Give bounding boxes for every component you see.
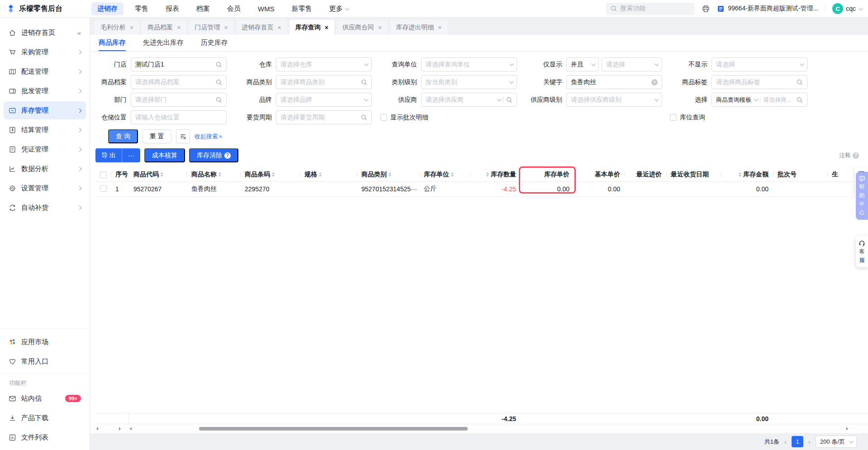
checkbox-icon[interactable]: [100, 171, 107, 178]
nav-item[interactable]: 档案: [190, 2, 216, 15]
filter-checkbox[interactable]: 库位查询: [670, 114, 705, 122]
column-header-3[interactable]: 商品名称: [187, 168, 240, 181]
filter-checkbox[interactable]: 显示批次明细: [380, 114, 428, 122]
sidebar-item[interactable]: 常用入口: [4, 352, 86, 370]
sidebar-item[interactable]: 文件列表: [4, 428, 86, 446]
nav-item[interactable]: WMS: [252, 3, 280, 15]
reset-button[interactable]: 重 置: [142, 129, 171, 143]
filter-combo[interactable]: 商品查询模板请选择商...: [711, 93, 807, 107]
close-icon[interactable]: ×: [438, 24, 441, 31]
account-switcher[interactable]: 99664-新界面商超版测试-管理...: [717, 5, 818, 13]
export-split-button[interactable]: 导 出 ···: [95, 148, 140, 162]
column-header-13[interactable]: 库存金额: [721, 168, 773, 181]
filter-select[interactable]: 请选择品牌: [276, 93, 372, 107]
select-all-checkbox[interactable]: [95, 168, 111, 181]
filter-search[interactable]: 请选择商品类别: [276, 75, 372, 89]
scroll-left-arrow[interactable]: [130, 427, 132, 431]
sidebar-item[interactable]: 批发管理: [4, 82, 86, 100]
nav-item[interactable]: 新零售: [286, 2, 318, 15]
sidebar-item[interactable]: 产品下载: [4, 409, 86, 427]
page-size-select[interactable]: 200 条/页: [816, 436, 857, 448]
column-header-6[interactable]: 商品类别: [357, 168, 419, 181]
filter-select[interactable]: 请选择: [711, 57, 807, 71]
query-button[interactable]: 查 询: [108, 129, 138, 143]
sidebar-collapse-icon[interactable]: «: [77, 29, 81, 37]
page-tab[interactable]: 供应商合同×: [337, 20, 388, 35]
filter-select[interactable]: 请选择: [602, 57, 662, 71]
filter-search[interactable]: 测试门店1: [131, 57, 227, 71]
inventory-clear-button[interactable]: 库存清除?: [189, 148, 238, 162]
filter-select[interactable]: 请选择仓库: [276, 57, 372, 71]
page-tab[interactable]: 库存查询×: [289, 20, 334, 35]
column-header-7[interactable]: 库存单位: [419, 168, 470, 181]
nav-item[interactable]: 进销存: [91, 2, 123, 15]
table-cell[interactable]: [95, 185, 111, 193]
current-page[interactable]: 1: [792, 436, 803, 447]
page-tab[interactable]: 门店管理×: [189, 20, 233, 35]
filter-search[interactable]: 请选择部门: [131, 93, 227, 107]
sidebar-item[interactable]: 进销存首页«: [4, 24, 86, 42]
scroll-right-arrow[interactable]: [846, 427, 848, 431]
customer-service-tab[interactable]: 客服: [856, 236, 868, 267]
sidebar-item[interactable]: 凭证管理: [4, 140, 86, 158]
sidebar-item[interactable]: 设置管理: [4, 179, 86, 197]
filter-clearable[interactable]: 鱼香肉丝×: [566, 75, 662, 89]
filter-select[interactable]: 请选择查询单位: [421, 57, 517, 71]
sidebar-item[interactable]: 配送管理: [4, 62, 86, 81]
column-header-2[interactable]: 商品代码: [129, 168, 187, 181]
page-tab[interactable]: 商品档案×: [142, 20, 186, 35]
column-header-8[interactable]: 库存数量: [470, 168, 521, 181]
close-icon[interactable]: ×: [224, 24, 228, 31]
filter-operator-select[interactable]: 并且: [566, 57, 599, 71]
sidebar-item[interactable]: 站内信99+: [4, 389, 86, 407]
filter-select[interactable]: 请选择供应商级别: [566, 93, 662, 107]
fixed-scroll-left-arrow[interactable]: [96, 427, 98, 431]
close-icon[interactable]: ×: [325, 24, 328, 31]
close-icon[interactable]: ×: [378, 24, 382, 31]
fixed-scroll-right-arrow[interactable]: [119, 427, 121, 431]
filter-input[interactable]: 请输入仓储位置: [131, 110, 227, 124]
column-header-4[interactable]: 商品条码: [240, 168, 300, 181]
close-icon[interactable]: ×: [177, 24, 180, 31]
prev-page-icon[interactable]: ‹: [784, 438, 787, 445]
sidebar-item[interactable]: 结算管理: [4, 121, 86, 139]
subtab[interactable]: 先进先出库存: [143, 35, 184, 51]
help-center-tab[interactable]: 帮助中心: [856, 172, 868, 220]
close-icon[interactable]: ×: [130, 24, 133, 31]
sidebar-item[interactable]: 库存管理: [4, 101, 86, 119]
close-icon[interactable]: ×: [278, 24, 281, 31]
sidebar-item[interactable]: 采购管理: [4, 43, 86, 61]
cost-accounting-button[interactable]: 成本核算: [144, 148, 185, 162]
checkbox-icon[interactable]: [670, 114, 677, 121]
user-menu[interactable]: C cqc: [832, 3, 862, 14]
checkbox-icon[interactable]: [380, 114, 387, 121]
printer-icon[interactable]: [702, 5, 710, 13]
page-tab[interactable]: 进销存首页×: [236, 20, 287, 35]
nav-item[interactable]: 更多: [323, 2, 354, 15]
page-tab[interactable]: 库存进出明细×: [390, 20, 447, 35]
checkbox-icon[interactable]: [100, 185, 107, 192]
collapse-search-link[interactable]: 收起搜索«: [194, 133, 223, 141]
filter-config-button[interactable]: [176, 129, 190, 143]
filter-search[interactable]: 请选择商品标签: [711, 75, 807, 89]
filter-select[interactable]: 按当前类别: [421, 75, 517, 89]
subtab[interactable]: 商品库存: [99, 35, 126, 51]
nav-item[interactable]: 报表: [160, 2, 185, 15]
filter-search[interactable]: 请选择商品档案: [131, 75, 227, 89]
sidebar-item[interactable]: 自动补货: [4, 199, 86, 217]
filter-select-search[interactable]: 请选择供应商: [421, 93, 517, 107]
next-page-icon[interactable]: ›: [808, 438, 811, 445]
global-search-input[interactable]: 搜索功能: [606, 3, 695, 15]
export-button[interactable]: 导 出: [95, 148, 122, 162]
nav-item[interactable]: 零售: [129, 2, 154, 15]
sidebar-item[interactable]: 应用市场: [4, 333, 86, 351]
export-more-button[interactable]: ···: [122, 148, 140, 162]
nav-item[interactable]: 会员: [221, 2, 247, 15]
scrollbar-thumb[interactable]: [199, 427, 468, 431]
sidebar-item[interactable]: 数据分析: [4, 160, 86, 178]
subtab[interactable]: 历史库存: [201, 35, 228, 51]
filter-search[interactable]: 请选择要货周期: [276, 110, 372, 124]
column-header-5[interactable]: 规格: [300, 168, 357, 181]
page-tab[interactable]: 毛利分析×: [95, 20, 139, 35]
clear-icon[interactable]: ×: [651, 79, 658, 85]
